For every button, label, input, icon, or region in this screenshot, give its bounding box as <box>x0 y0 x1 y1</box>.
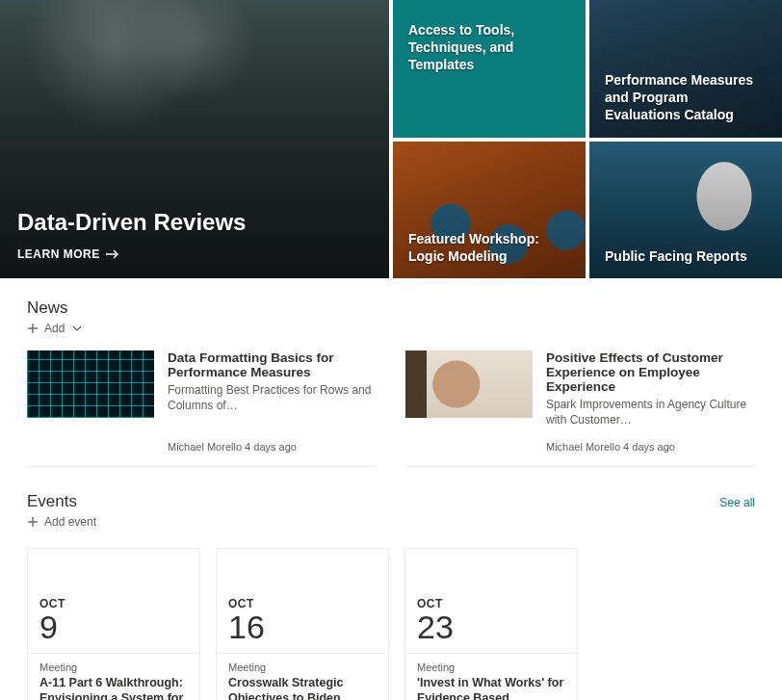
event-kind: Meeting <box>39 661 188 673</box>
tile-tools[interactable]: Access to Tools, Techniques, and Templat… <box>393 0 586 138</box>
tile-label: Performance Measures and Program Evaluat… <box>605 71 767 124</box>
news-meta: Michael Morello 4 days ago <box>168 441 377 453</box>
event-card[interactable]: OCT 23 Meeting 'Invest in What Works' fo… <box>404 548 578 700</box>
news-card[interactable]: Positive Effects of Customer Experience … <box>405 345 755 467</box>
event-day: 9 <box>39 610 188 643</box>
hero-main-title: Data-Driven Reviews <box>17 209 372 236</box>
plus-icon <box>27 323 39 334</box>
events-heading: Events <box>27 492 77 511</box>
tile-label: Featured Workshop: Logic Modeling <box>408 230 570 265</box>
arrow-right-icon <box>106 249 119 259</box>
news-heading: News <box>27 298 755 318</box>
tile-featured-workshop[interactable]: Featured Workshop: Logic Modeling <box>393 142 586 279</box>
event-month: OCT <box>39 597 188 610</box>
event-kind: Meeting <box>228 661 377 673</box>
chevron-down-icon <box>72 325 82 331</box>
news-add-label: Add <box>44 322 65 335</box>
event-day: 23 <box>417 610 565 643</box>
event-title: A-11 Part 6 Walkthrough: Envisioning a S… <box>39 675 188 700</box>
events-add-label: Add event <box>44 515 96 529</box>
event-card[interactable]: OCT 16 Meeting Crosswalk Strategic Objec… <box>216 548 389 700</box>
news-card[interactable]: Data Formatting Basics for Performance M… <box>27 345 377 467</box>
event-kind: Meeting <box>417 661 565 673</box>
event-day: 16 <box>228 610 377 643</box>
hero-main-tile[interactable]: Data-Driven Reviews LEARN MORE <box>0 0 389 278</box>
news-desc: Formatting Best Practices for Rows and C… <box>168 383 377 413</box>
events-add-button[interactable]: Add event <box>27 515 96 529</box>
learn-more-link[interactable]: LEARN MORE <box>17 247 372 261</box>
news-add-button[interactable]: Add <box>27 322 82 335</box>
plus-icon <box>27 516 39 528</box>
events-see-all-link[interactable]: See all <box>719 496 755 509</box>
news-thumbnail <box>405 350 533 418</box>
tile-label: Public Facing Reports <box>605 247 747 265</box>
news-thumbnail <box>27 350 154 418</box>
tile-performance-catalog[interactable]: Performance Measures and Program Evaluat… <box>589 0 782 138</box>
news-title: Positive Effects of Customer Experience … <box>546 350 755 394</box>
event-title: Crosswalk Strategic Objectives to Biden … <box>228 675 377 700</box>
news-title: Data Formatting Basics for Performance M… <box>168 350 377 379</box>
tile-label: Access to Tools, Techniques, and Templat… <box>408 21 570 74</box>
tile-public-reports[interactable]: Public Facing Reports <box>589 142 782 279</box>
news-desc: Spark Improvements in Agency Culture wit… <box>546 398 755 428</box>
learn-more-label: LEARN MORE <box>17 247 100 261</box>
event-card[interactable]: OCT 9 Meeting A-11 Part 6 Walkthrough: E… <box>27 548 200 700</box>
event-title: 'Invest in What Works' for Evidence Base… <box>417 675 565 700</box>
news-meta: Michael Morello 4 days ago <box>546 441 755 453</box>
